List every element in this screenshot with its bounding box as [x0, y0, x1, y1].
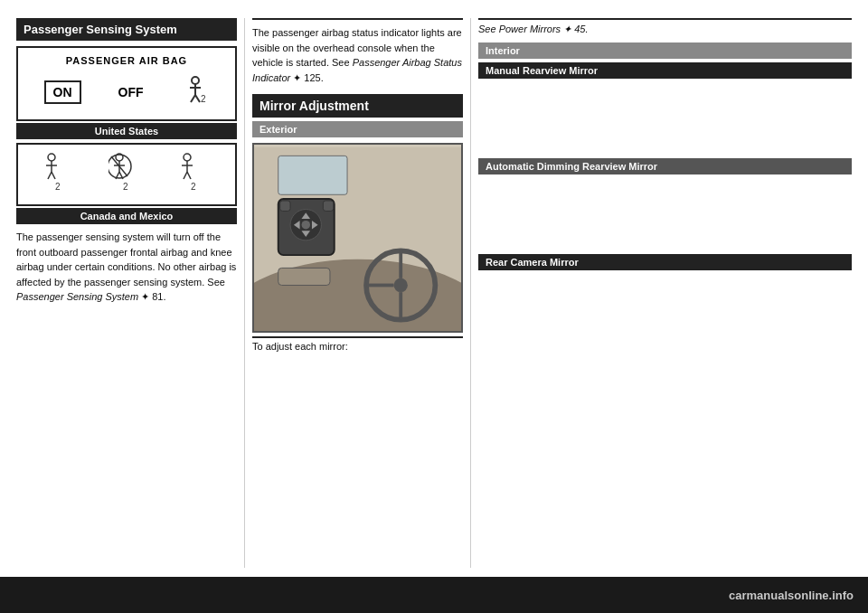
page-container: Passenger Sensing System PASSENGER AIR B… — [0, 0, 868, 613]
passenger-sensing-title: Passenger Sensing System — [16, 18, 237, 41]
rear-camera-label: Rear Camera Mirror — [478, 254, 852, 270]
main-content: Passenger Sensing System PASSENGER AIR B… — [0, 0, 868, 577]
svg-rect-40 — [280, 201, 290, 211]
spacer-3 — [478, 182, 852, 218]
middle-column: The passenger airbag status indicator li… — [244, 18, 470, 568]
manual-rearview-label: Manual Rearview Mirror — [478, 62, 852, 79]
svg-point-0 — [192, 77, 199, 84]
auto-dimming-label: Automatic Dimming Rearview Mirror — [478, 158, 852, 174]
svg-line-4 — [195, 95, 200, 102]
canada-icon-2: 2 — [108, 152, 145, 197]
spacer-2 — [478, 122, 852, 158]
canada-icon-3: 2 — [176, 152, 212, 197]
watermark-text: carmanualsonline.info — [729, 589, 854, 602]
svg-point-29 — [394, 278, 408, 292]
svg-point-6 — [48, 154, 55, 161]
airbag-status-text: The passenger airbag status indicator li… — [252, 18, 463, 85]
right-column: See Power Mirrors ✦ 45. Interior Manual … — [470, 18, 859, 568]
airbag-off-state: OFF — [118, 85, 144, 99]
power-mirrors-link: See Power Mirrors ✦ 45. — [478, 18, 852, 35]
airbag-on-state: ON — [44, 80, 81, 104]
svg-rect-41 — [323, 201, 333, 211]
us-region-label: United States — [16, 123, 237, 139]
svg-line-24 — [187, 172, 191, 179]
svg-point-39 — [301, 221, 310, 230]
airbag-states: ON OFF 2 — [25, 71, 228, 112]
svg-point-20 — [184, 154, 191, 161]
airbag-label: PASSENGER AIR BAG — [25, 55, 228, 66]
left-column: Passenger Sensing System PASSENGER AIR B… — [9, 18, 244, 568]
svg-line-23 — [184, 172, 187, 179]
svg-rect-43 — [278, 156, 347, 194]
svg-line-18 — [111, 156, 127, 176]
canada-icon-1: 2 — [41, 152, 77, 197]
svg-line-3 — [191, 95, 195, 102]
svg-text:2: 2 — [191, 182, 196, 192]
airbag-diagram-canada: 2 2 — [16, 143, 237, 206]
interior-label: Interior — [478, 42, 852, 59]
mirror-caption: To adjust each mirror: — [252, 336, 463, 352]
canada-region-label: Canada and Mexico — [16, 208, 237, 224]
exterior-label: Exterior — [252, 121, 463, 137]
spacer-4 — [478, 218, 852, 254]
airbag-diagram-us: PASSENGER AIR BAG ON OFF 2 — [16, 46, 237, 121]
sensing-body-text: The passenger sensing system will turn o… — [16, 230, 237, 305]
bottom-bar: carmanualsonline.info — [0, 577, 868, 613]
mirror-image-box — [252, 143, 463, 333]
child-seat-icon: 2 — [181, 75, 210, 108]
svg-text:2: 2 — [55, 182, 61, 192]
svg-line-10 — [52, 172, 55, 179]
mirror-illustration — [254, 145, 461, 331]
svg-rect-42 — [278, 268, 330, 285]
svg-text:2: 2 — [123, 182, 128, 192]
svg-text:2: 2 — [201, 94, 206, 104]
spacer-1 — [478, 86, 852, 122]
svg-line-9 — [48, 172, 52, 179]
mirror-adjustment-title: Mirror Adjustment — [252, 94, 463, 118]
